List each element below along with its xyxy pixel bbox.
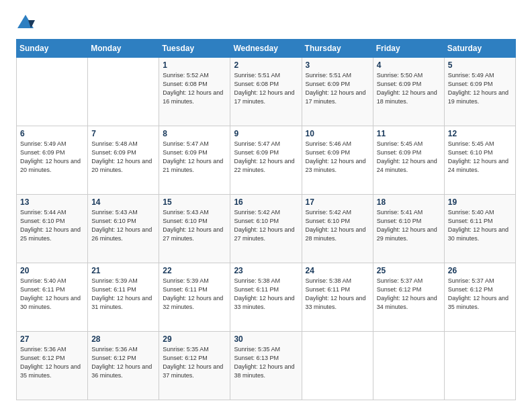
calendar-cell [444,332,515,400]
calendar-cell: 29Sunrise: 5:35 AM Sunset: 6:12 PM Dayli… [159,332,230,400]
cell-info: Sunrise: 5:45 AM Sunset: 6:09 PM Dayligh… [377,140,441,175]
calendar-cell [88,58,159,126]
calendar-cell: 7Sunrise: 5:48 AM Sunset: 6:09 PM Daylig… [88,126,159,195]
calendar-cell: 6Sunrise: 5:49 AM Sunset: 6:09 PM Daylig… [17,126,88,195]
cell-info: Sunrise: 5:47 AM Sunset: 6:09 PM Dayligh… [234,140,298,175]
calendar-cell: 27Sunrise: 5:36 AM Sunset: 6:12 PM Dayli… [17,332,88,400]
calendar-cell: 25Sunrise: 5:37 AM Sunset: 6:12 PM Dayli… [373,263,444,332]
cell-info: Sunrise: 5:44 AM Sunset: 6:10 PM Dayligh… [20,208,84,243]
day-number: 6 [20,129,84,138]
day-number: 19 [448,197,512,207]
calendar-cell: 2Sunrise: 5:51 AM Sunset: 6:08 PM Daylig… [230,58,302,126]
calendar-cell: 23Sunrise: 5:38 AM Sunset: 6:11 PM Dayli… [230,263,302,332]
weekday-header-row: SundayMondayTuesdayWednesdayThursdayFrid… [17,40,516,58]
calendar-cell: 1Sunrise: 5:52 AM Sunset: 6:08 PM Daylig… [159,58,230,126]
weekday-header: Tuesday [159,40,230,58]
day-number: 3 [306,60,369,70]
day-number: 5 [448,60,512,70]
day-number: 20 [20,266,84,275]
calendar-week-row: 20Sunrise: 5:40 AM Sunset: 6:11 PM Dayli… [17,263,516,332]
calendar-cell: 21Sunrise: 5:39 AM Sunset: 6:11 PM Dayli… [88,263,159,332]
day-number: 22 [163,266,226,275]
cell-info: Sunrise: 5:45 AM Sunset: 6:10 PM Dayligh… [448,140,512,175]
calendar-cell: 20Sunrise: 5:40 AM Sunset: 6:11 PM Dayli… [17,263,88,332]
calendar-cell: 26Sunrise: 5:37 AM Sunset: 6:12 PM Dayli… [444,263,515,332]
weekday-header: Wednesday [230,40,302,58]
day-number: 27 [20,334,84,344]
day-number: 30 [234,334,298,344]
cell-info: Sunrise: 5:40 AM Sunset: 6:11 PM Dayligh… [448,208,512,243]
cell-info: Sunrise: 5:39 AM Sunset: 6:11 PM Dayligh… [163,277,226,312]
cell-info: Sunrise: 5:47 AM Sunset: 6:09 PM Dayligh… [163,140,226,175]
calendar-cell: 17Sunrise: 5:42 AM Sunset: 6:10 PM Dayli… [302,195,373,263]
day-number: 11 [377,129,441,138]
cell-info: Sunrise: 5:52 AM Sunset: 6:08 PM Dayligh… [163,71,226,106]
calendar-week-row: 6Sunrise: 5:49 AM Sunset: 6:09 PM Daylig… [17,126,516,195]
cell-info: Sunrise: 5:49 AM Sunset: 6:09 PM Dayligh… [20,140,84,175]
day-number: 9 [234,129,298,138]
calendar-cell: 22Sunrise: 5:39 AM Sunset: 6:11 PM Dayli… [159,263,230,332]
day-number: 28 [91,334,155,344]
cell-info: Sunrise: 5:36 AM Sunset: 6:12 PM Dayligh… [91,345,155,380]
calendar-cell: 10Sunrise: 5:46 AM Sunset: 6:09 PM Dayli… [302,126,373,195]
cell-info: Sunrise: 5:42 AM Sunset: 6:10 PM Dayligh… [234,208,298,243]
calendar-week-row: 13Sunrise: 5:44 AM Sunset: 6:10 PM Dayli… [17,195,516,263]
calendar-cell: 4Sunrise: 5:50 AM Sunset: 6:09 PM Daylig… [373,58,444,126]
calendar-cell [373,332,444,400]
day-number: 2 [234,60,298,70]
header [16,13,516,32]
cell-info: Sunrise: 5:37 AM Sunset: 6:12 PM Dayligh… [448,277,512,312]
weekday-header: Saturday [444,40,515,58]
calendar-cell: 9Sunrise: 5:47 AM Sunset: 6:09 PM Daylig… [230,126,302,195]
calendar-cell: 24Sunrise: 5:38 AM Sunset: 6:11 PM Dayli… [302,263,373,332]
weekday-header: Friday [373,40,444,58]
cell-info: Sunrise: 5:43 AM Sunset: 6:10 PM Dayligh… [91,208,155,243]
calendar-cell: 12Sunrise: 5:45 AM Sunset: 6:10 PM Dayli… [444,126,515,195]
day-number: 29 [163,334,226,344]
calendar-cell: 28Sunrise: 5:36 AM Sunset: 6:12 PM Dayli… [88,332,159,400]
calendar-cell: 16Sunrise: 5:42 AM Sunset: 6:10 PM Dayli… [230,195,302,263]
cell-info: Sunrise: 5:35 AM Sunset: 6:12 PM Dayligh… [163,345,226,380]
calendar-cell: 19Sunrise: 5:40 AM Sunset: 6:11 PM Dayli… [444,195,515,263]
day-number: 26 [448,266,512,275]
day-number: 15 [163,197,226,207]
calendar-cell: 13Sunrise: 5:44 AM Sunset: 6:10 PM Dayli… [17,195,88,263]
cell-info: Sunrise: 5:42 AM Sunset: 6:10 PM Dayligh… [306,208,369,243]
calendar-cell: 11Sunrise: 5:45 AM Sunset: 6:09 PM Dayli… [373,126,444,195]
weekday-header: Thursday [302,40,373,58]
cell-info: Sunrise: 5:38 AM Sunset: 6:11 PM Dayligh… [234,277,298,312]
day-number: 7 [91,129,155,138]
cell-info: Sunrise: 5:43 AM Sunset: 6:10 PM Dayligh… [163,208,226,243]
cell-info: Sunrise: 5:35 AM Sunset: 6:13 PM Dayligh… [234,345,298,380]
cell-info: Sunrise: 5:36 AM Sunset: 6:12 PM Dayligh… [20,345,84,380]
calendar-cell [17,58,88,126]
cell-info: Sunrise: 5:50 AM Sunset: 6:09 PM Dayligh… [377,71,441,106]
weekday-header: Monday [88,40,159,58]
cell-info: Sunrise: 5:37 AM Sunset: 6:12 PM Dayligh… [377,277,441,312]
calendar-table: SundayMondayTuesdayWednesdayThursdayFrid… [16,39,516,400]
cell-info: Sunrise: 5:46 AM Sunset: 6:09 PM Dayligh… [306,140,369,175]
calendar-cell [302,332,373,400]
cell-info: Sunrise: 5:39 AM Sunset: 6:11 PM Dayligh… [91,277,155,312]
calendar-cell: 30Sunrise: 5:35 AM Sunset: 6:13 PM Dayli… [230,332,302,400]
logo [16,13,38,32]
cell-info: Sunrise: 5:49 AM Sunset: 6:09 PM Dayligh… [448,71,512,106]
calendar-cell: 14Sunrise: 5:43 AM Sunset: 6:10 PM Dayli… [88,195,159,263]
page: SundayMondayTuesdayWednesdayThursdayFrid… [0,0,532,411]
day-number: 12 [448,129,512,138]
day-number: 8 [163,129,226,138]
calendar-cell: 5Sunrise: 5:49 AM Sunset: 6:09 PM Daylig… [444,58,515,126]
calendar-cell: 15Sunrise: 5:43 AM Sunset: 6:10 PM Dayli… [159,195,230,263]
calendar-cell: 8Sunrise: 5:47 AM Sunset: 6:09 PM Daylig… [159,126,230,195]
day-number: 21 [91,266,155,275]
day-number: 23 [234,266,298,275]
cell-info: Sunrise: 5:51 AM Sunset: 6:09 PM Dayligh… [306,71,369,106]
cell-info: Sunrise: 5:40 AM Sunset: 6:11 PM Dayligh… [20,277,84,312]
calendar-cell: 18Sunrise: 5:41 AM Sunset: 6:10 PM Dayli… [373,195,444,263]
calendar-week-row: 1Sunrise: 5:52 AM Sunset: 6:08 PM Daylig… [17,58,516,126]
day-number: 1 [163,60,226,70]
day-number: 16 [234,197,298,207]
cell-info: Sunrise: 5:48 AM Sunset: 6:09 PM Dayligh… [91,140,155,175]
cell-info: Sunrise: 5:51 AM Sunset: 6:08 PM Dayligh… [234,71,298,106]
calendar-cell: 3Sunrise: 5:51 AM Sunset: 6:09 PM Daylig… [302,58,373,126]
